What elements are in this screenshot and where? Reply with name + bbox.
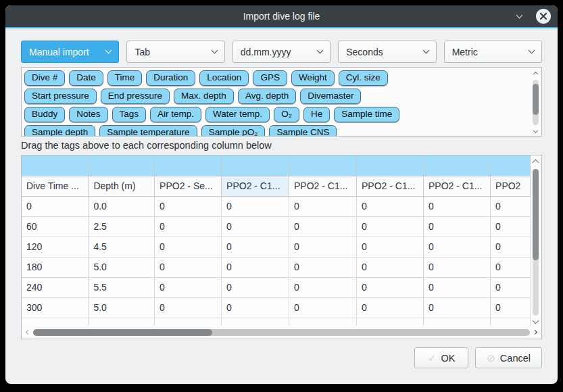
table-cell: 0 [356, 196, 423, 216]
tag-rows: Dive #DateTimeDurationLocationGPSWeightC… [22, 68, 541, 137]
tag-avg-depth[interactable]: Avg. depth [238, 89, 296, 104]
tag-sample-po[interactable]: Sample pO₂ [201, 125, 266, 137]
table-cell: 5.0 [89, 257, 155, 277]
tag-dive[interactable]: Dive # [24, 70, 65, 86]
table-cell: 0 [155, 216, 222, 237]
check-icon: ✓ [428, 352, 437, 364]
column-header-ppo2-se[interactable]: PPO2 - Se... [155, 176, 222, 196]
table-row: 3005.0000000 [22, 297, 531, 318]
tag-location[interactable]: Location [199, 70, 249, 86]
table-cell: 2.5 [89, 216, 155, 237]
table-vertical-scrollbar[interactable] [531, 156, 541, 326]
table-vscroll-track[interactable] [533, 169, 539, 316]
chevron-up-icon[interactable] [534, 68, 537, 78]
duration-format-select[interactable]: Seconds [338, 41, 436, 63]
table-cell: 0 [356, 237, 423, 257]
column-drop-target[interactable] [424, 155, 491, 176]
units-select[interactable]: Metric [444, 41, 542, 63]
column-drop-target[interactable] [155, 155, 222, 176]
chevron-up-icon[interactable] [533, 156, 538, 168]
field-separator-select[interactable]: Tab [126, 41, 224, 63]
table-hscroll-track[interactable] [33, 329, 530, 336]
date-format-select[interactable]: dd.mm.yyyy [232, 41, 331, 63]
column-header-ppo2[interactable]: PPO2 [491, 176, 531, 196]
cancel-button-label: Cancel [500, 353, 531, 364]
column-header-ppo2-c1[interactable]: PPO2 - C1... [289, 176, 357, 196]
table-cell: 0 [155, 277, 222, 297]
table-row-partial [22, 318, 531, 326]
tag-sample-time[interactable]: Sample time [334, 107, 399, 122]
chevron-left-icon[interactable] [23, 330, 33, 334]
ok-button-label: OK [441, 353, 456, 364]
column-drop-target[interactable] [491, 155, 531, 176]
tag-max-depth[interactable]: Max. depth [174, 89, 234, 104]
tag-he[interactable]: He [303, 107, 330, 122]
tag-scroll-thumb[interactable] [533, 84, 539, 115]
import-dive-log-dialog: Import dive log file Manual import Tab d… [5, 5, 558, 384]
tag-weight[interactable]: Weight [291, 70, 335, 86]
import-preview-table: Dive Time ...Depth (m)PPO2 - Se...PPO2 -… [21, 155, 542, 339]
table-cell: 0 [424, 196, 491, 216]
table-cell: 0 [491, 216, 531, 237]
window-title: Import dive log file [5, 11, 558, 22]
close-icon[interactable] [536, 9, 551, 24]
table-hscroll-thumb[interactable] [33, 329, 212, 336]
table-cell: 300 [22, 297, 89, 318]
column-header-ppo2-c1[interactable]: PPO2 - C1... [222, 176, 289, 196]
table-horizontal-scrollbar[interactable] [23, 327, 540, 337]
column-drop-target[interactable] [356, 155, 423, 176]
column-header-depth-m[interactable]: Depth (m) [89, 176, 155, 196]
tag-cyl-size[interactable]: Cyl. size [339, 70, 388, 86]
table-cell: 0.0 [89, 196, 155, 216]
chevron-down-icon [211, 47, 218, 54]
column-header-ppo2-c1[interactable]: PPO2 - C1... [356, 176, 423, 196]
ok-button[interactable]: ✓ OK [414, 347, 468, 368]
tag-tags[interactable]: Tags [112, 107, 147, 122]
dialog-button-row: ✓ OK ⊘ Cancel [21, 347, 542, 368]
tag-divemaster[interactable]: Divemaster [300, 89, 361, 104]
tag-o[interactable]: O₂ [274, 107, 299, 122]
chevron-down-icon[interactable] [513, 11, 525, 21]
column-drop-target[interactable] [289, 155, 357, 176]
tag-notes[interactable]: Notes [69, 107, 107, 122]
column-header-ppo2-c1[interactable]: PPO2 - C1... [424, 176, 491, 196]
column-header-dive-time[interactable]: Dive Time ... [22, 176, 89, 196]
table-cell: 0 [491, 237, 531, 257]
table-row: 1805.0000000 [22, 257, 531, 277]
titlebar[interactable]: Import dive log file [5, 5, 558, 28]
column-drop-target[interactable] [22, 155, 89, 176]
tag-sample-temperature[interactable]: Sample temperature [99, 125, 197, 137]
tag-end-pressure[interactable]: End pressure [101, 89, 170, 104]
table-cell: 0 [222, 237, 289, 257]
import-source-select[interactable]: Manual import [21, 41, 119, 63]
tag-sample-depth[interactable]: Sample depth [24, 125, 95, 137]
table-cell: 0 [222, 216, 289, 237]
chevron-down-icon[interactable] [533, 317, 538, 326]
chevron-down-icon[interactable] [534, 126, 537, 135]
tag-air-temp[interactable]: Air temp. [150, 107, 201, 122]
table-cell: 0 [424, 237, 491, 257]
tag-buddy[interactable]: Buddy [24, 107, 65, 122]
data-grid: Dive Time ...Depth (m)PPO2 - Se...PPO2 -… [22, 155, 531, 326]
chevron-right-icon[interactable] [530, 330, 540, 334]
table-cell: 240 [22, 277, 89, 297]
column-drop-target[interactable] [222, 155, 289, 176]
table-cell: 0 [22, 196, 89, 216]
tag-scroll-track[interactable] [533, 80, 539, 125]
table-cell: 5.0 [89, 297, 155, 318]
tag-duration[interactable]: Duration [146, 70, 195, 86]
table-cell: 120 [22, 237, 89, 257]
tag-time[interactable]: Time [107, 70, 143, 86]
table-cell: 0 [155, 257, 222, 277]
cancel-button[interactable]: ⊘ Cancel [475, 347, 542, 368]
tag-gps[interactable]: GPS [253, 70, 287, 86]
table-cell: 0 [491, 257, 531, 277]
table-cell: 60 [22, 216, 89, 237]
column-drop-target[interactable] [89, 155, 155, 176]
tag-water-temp[interactable]: Water temp. [205, 107, 270, 122]
tag-date[interactable]: Date [69, 70, 103, 86]
tag-sample-cns[interactable]: Sample CNS [269, 125, 337, 137]
tag-pool-scrollbar[interactable] [531, 68, 541, 135]
tag-start-pressure[interactable]: Start pressure [24, 89, 97, 104]
table-vscroll-thumb[interactable] [533, 169, 539, 260]
